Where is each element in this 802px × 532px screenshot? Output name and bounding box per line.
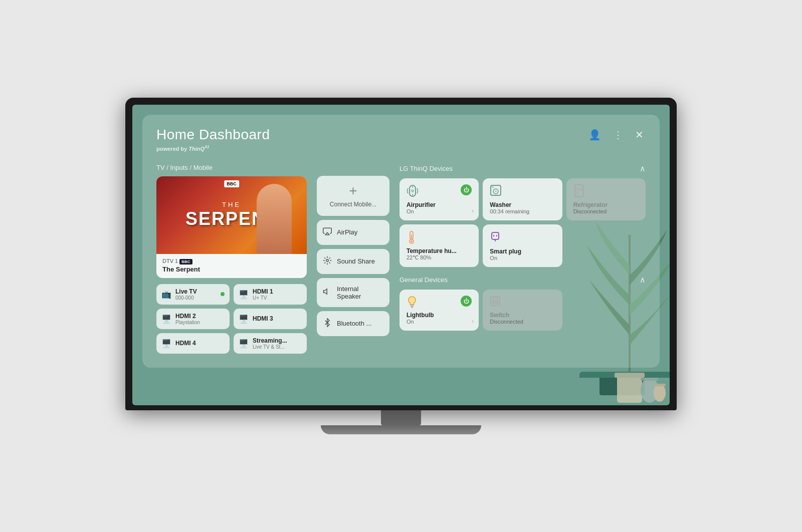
- airpurifier-chevron: ›: [472, 207, 474, 214]
- subtitle-brand: ThinQ: [188, 146, 205, 152]
- washer-status: 00:34 remaining: [490, 208, 555, 214]
- internal-speaker-label: Internal Speaker: [337, 285, 383, 300]
- svg-rect-26: [492, 232, 499, 239]
- channel-line: DTV 1 BBC: [162, 258, 301, 264]
- temperature-icon: [407, 230, 417, 247]
- smart-plug-status: On: [490, 255, 555, 261]
- hdmi2-name: HDMI 2: [175, 313, 200, 320]
- smart-plug-icon: [490, 230, 501, 244]
- airpurifier-power-btn[interactable]: ⏻: [461, 184, 472, 195]
- sound-share-icon: [323, 256, 332, 267]
- panel-header: Home Dashboard powered by ThinQAI 👤 ⋮ ✕: [156, 127, 646, 152]
- connect-mobile-label: Connect Mobile...: [330, 201, 376, 208]
- general-devices-section: General Devices ∧: [399, 275, 646, 331]
- general-devices-collapse-btn[interactable]: ∧: [640, 275, 646, 285]
- washer-name: Washer: [490, 201, 555, 208]
- channel-id: DTV 1: [162, 258, 179, 264]
- input-live-tv[interactable]: 📺 Live TV 000-000: [156, 284, 230, 305]
- temperature-top: [407, 230, 472, 247]
- live-tv-active-dot: [221, 292, 225, 296]
- close-button[interactable]: ✕: [633, 127, 646, 143]
- bluetooth-card[interactable]: Bluetooth ...: [317, 311, 389, 336]
- svg-point-8: [326, 259, 329, 261]
- svg-rect-4: [641, 378, 659, 381]
- connect-mobile-card[interactable]: + Connect Mobile...: [317, 176, 389, 216]
- svg-marker-7: [325, 232, 329, 235]
- left-column: TV / Inputs / Mobile BBC THE SERPENT: [156, 164, 307, 354]
- internal-speaker-card[interactable]: Internal Speaker: [317, 278, 389, 307]
- device-temperature[interactable]: Temperature hu... 22℃ 80%: [399, 224, 479, 267]
- tv-unit: Home Dashboard powered by ThinQAI 👤 ⋮ ✕: [125, 98, 677, 434]
- streaming-sub: Live TV & St...: [253, 344, 287, 350]
- airplay-label: AirPlay: [337, 228, 357, 236]
- tv-stand-neck: [381, 410, 421, 425]
- lg-thinq-collapse-btn[interactable]: ∧: [640, 164, 646, 173]
- input-grid: 📺 Live TV 000-000 🖥️ HDMI 1: [156, 284, 307, 354]
- main-content: TV / Inputs / Mobile BBC THE SERPENT: [156, 164, 646, 354]
- svg-rect-2: [615, 373, 645, 378]
- subtitle-ai: AI: [205, 144, 209, 149]
- device-airpurifier[interactable]: ⏻ Airpurifier On ›: [399, 178, 479, 220]
- smart-plug-info: Smart plug On: [490, 248, 555, 261]
- sound-share-label: Sound Share: [337, 257, 375, 265]
- svg-rect-17: [492, 186, 494, 188]
- refrigerator-icon: [573, 184, 584, 200]
- lg-thinq-section: LG ThinQ Devices ∧: [399, 164, 646, 267]
- refrigerator-name: Refrigerator: [573, 201, 639, 208]
- device-washer[interactable]: Washer 00:34 remaining: [483, 178, 562, 220]
- input-hdmi3[interactable]: 🖥️ HDMI 3: [234, 309, 307, 329]
- menu-button[interactable]: ⋮: [611, 127, 625, 143]
- tv-thumbnail: BBC THE SERPENT: [156, 176, 307, 254]
- streaming-info: Streaming... Live TV & St...: [253, 337, 287, 350]
- hdmi2-info: HDMI 2 Playstation: [175, 313, 200, 325]
- tv-stand-base: [321, 425, 481, 434]
- airpurifier-status: On: [407, 208, 472, 214]
- lightbulb-power-btn[interactable]: ⏻: [461, 296, 472, 307]
- svg-rect-31: [411, 306, 414, 307]
- panel-actions: 👤 ⋮ ✕: [586, 127, 646, 143]
- sound-share-card[interactable]: Sound Share: [317, 249, 389, 274]
- hdmi4-info: HDMI 4: [175, 340, 196, 347]
- live-tv-sub: 000-000: [175, 295, 197, 301]
- lightbulb-name: Lightbulb: [407, 312, 472, 319]
- airpurifier-icon: [407, 184, 419, 201]
- switch-name: Switch: [490, 312, 555, 319]
- smart-plug-name: Smart plug: [490, 248, 555, 255]
- tv-preview-card[interactable]: BBC THE SERPENT DTV 1: [156, 176, 307, 278]
- streaming-icon: 🖥️: [239, 339, 249, 348]
- show-name-text: The Serpent: [162, 265, 301, 273]
- washer-icon: [490, 184, 502, 199]
- lightbulb-status: On: [407, 319, 472, 325]
- user-icon-button[interactable]: 👤: [586, 127, 603, 143]
- lightbulb-chevron: ›: [472, 318, 474, 325]
- device-lightbulb[interactable]: ⏻ Lightbulb On ›: [399, 290, 479, 331]
- input-hdmi1[interactable]: 🖥️ HDMI 1 U+ TV: [234, 284, 307, 305]
- input-hdmi4[interactable]: 🖥️ HDMI 4: [156, 333, 230, 354]
- live-tv-name: Live TV: [175, 288, 197, 295]
- hdmi1-sub: U+ TV: [253, 295, 273, 301]
- temperature-info: Temperature hu... 22℃ 80%: [407, 247, 472, 261]
- device-smart-plug[interactable]: Smart plug On: [483, 224, 562, 267]
- svg-rect-6: [654, 384, 666, 386]
- svg-point-16: [495, 190, 497, 192]
- tv-section-label: TV / Inputs / Mobile: [156, 164, 307, 171]
- hdmi1-icon: 🖥️: [239, 290, 249, 299]
- temperature-status: 22℃ 80%: [407, 254, 472, 261]
- general-device-grid: ⏻ Lightbulb On ›: [399, 290, 646, 331]
- subtitle-prefix: powered by: [156, 146, 188, 152]
- svg-rect-30: [411, 305, 414, 306]
- airplay-card[interactable]: AirPlay: [317, 220, 389, 245]
- tv-screen-wrapper: Home Dashboard powered by ThinQAI 👤 ⋮ ✕: [125, 98, 677, 410]
- connect-plus-icon: +: [349, 184, 357, 198]
- dashboard-panel: Home Dashboard powered by ThinQAI 👤 ⋮ ✕: [142, 115, 660, 368]
- bluetooth-icon: [323, 318, 332, 329]
- lightbulb-info: Lightbulb On: [407, 312, 472, 325]
- input-streaming[interactable]: 🖥️ Streaming... Live TV & St...: [234, 333, 307, 354]
- smart-plug-top: [490, 230, 555, 244]
- hdmi2-sub: Playstation: [175, 320, 200, 325]
- device-refrigerator[interactable]: Refrigerator Disconnected: [566, 178, 646, 220]
- bbc-badge: BBC: [224, 180, 239, 187]
- device-switch[interactable]: Switch Disconnected: [483, 290, 562, 331]
- svg-rect-1: [617, 375, 642, 403]
- input-hdmi2[interactable]: 🖥️ HDMI 2 Playstation: [156, 309, 230, 329]
